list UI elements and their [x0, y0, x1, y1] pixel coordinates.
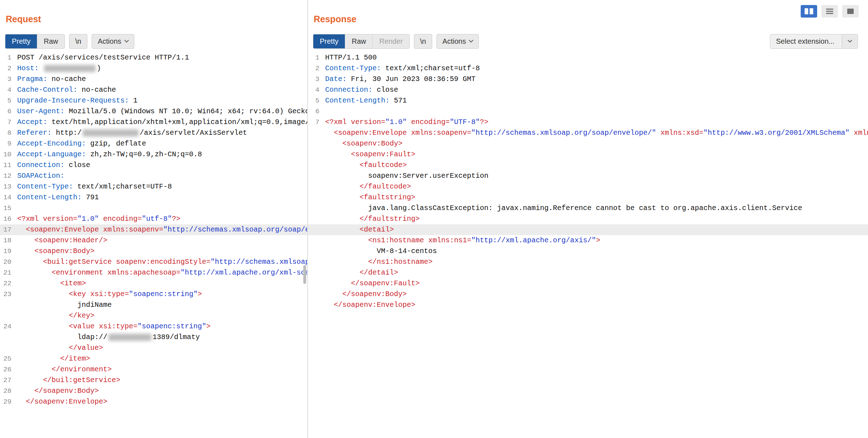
code-token: </soapenv:Fault>: [325, 279, 420, 287]
line-number: 1: [0, 52, 11, 63]
code-token: "http://www.w3.org/2001/XMLSchema": [703, 129, 849, 137]
code-token: <soapenv:Body>: [325, 139, 402, 148]
code-token: </key>: [17, 311, 95, 320]
code-token: "1.0": [385, 118, 407, 126]
line-number: 24: [0, 321, 11, 332]
code-token: jndiName: [17, 301, 112, 309]
request-scrollbar[interactable]: [303, 50, 306, 435]
code-line: 2Host: ): [0, 63, 307, 74]
line-number: 28: [0, 386, 11, 396]
line-number: 8: [0, 128, 11, 138]
code-line: <faultcode>: [308, 160, 868, 171]
code-token: <value xsi:type=: [17, 322, 138, 330]
code-line: </soapenv:Body>: [308, 289, 868, 300]
code-token: "http://schemas.xmlsoap.org/soap/envelop…: [163, 225, 307, 234]
code-token: "http://xml.apache.org/axis/": [471, 236, 596, 244]
code-token: soapenv:Server.userException: [325, 172, 488, 180]
response-tab-render[interactable]: Render: [373, 34, 409, 48]
response-panel: Response Pretty Raw Render \n Actions Se…: [308, 0, 868, 438]
line-number: 18: [0, 235, 11, 246]
code-line: 10Accept-Language: zh,zh-TW;q=0.9,zh-CN;…: [0, 149, 307, 160]
code-token: text/html,application/xhtml+xml,applicat…: [47, 118, 307, 126]
code-line: 16<?xml version="1.0" encoding="utf-8"?>: [0, 214, 307, 224]
code-line: </faultstring>: [308, 214, 868, 224]
request-editor[interactable]: 1POST /axis/services/testService HTTP/1.…: [0, 52, 307, 407]
request-newline-toggle-button[interactable]: \n: [69, 34, 87, 49]
line-number: 26: [0, 364, 11, 375]
code-line: 14Content-Length: 791: [0, 192, 307, 203]
code-token: POST /axis/services/testService HTTP/1.1: [17, 53, 189, 62]
response-editor[interactable]: 1HTTP/1.1 5002Content-Type: text/xml;cha…: [308, 52, 868, 310]
code-token: no-cache: [77, 86, 116, 94]
response-actions-button[interactable]: Actions: [437, 34, 479, 49]
line-number: 20: [0, 257, 11, 267]
code-token: </soapenv:Envelope>: [325, 301, 415, 309]
line-number: 27: [0, 375, 11, 386]
code-token: <ns1:hostname xmlns:ns1=: [325, 236, 471, 244]
code-token: >: [206, 322, 211, 330]
code-line: 22 <item>: [0, 278, 307, 289]
response-tab-raw[interactable]: Raw: [345, 34, 373, 48]
code-token: encoding=: [407, 118, 450, 126]
single-pane-icon: [847, 9, 854, 14]
code-token: >: [198, 290, 202, 298]
code-token: gzip, deflate: [86, 139, 146, 148]
code-token: "http://schemas.xmlsoap.org/soap/encodin…: [211, 258, 307, 266]
line-number: 6: [0, 106, 11, 117]
code-token: zh,zh-TW;q=0.9,zh-CN;q=0.8: [86, 150, 202, 158]
chevron-down-icon: [848, 38, 852, 43]
select-extension-dropdown-button[interactable]: [842, 34, 858, 48]
code-token: Upgrade-Insecure-Requests:: [17, 96, 129, 105]
request-scrollbar-thumb[interactable]: [303, 265, 306, 284]
code-line: 1HTTP/1.1 500: [308, 52, 868, 63]
code-token: Mozilla/5.0 (Windows NT 10.0; Win64; x64…: [64, 107, 307, 115]
request-tab-pretty[interactable]: Pretty: [5, 34, 37, 48]
code-line: </soapenv:Fault>: [308, 278, 868, 289]
request-view-tabs: Pretty Raw: [5, 34, 65, 49]
layout-rows-button[interactable]: [821, 5, 838, 18]
code-token: >: [596, 236, 600, 244]
code-line: 4Connection: close: [308, 85, 868, 95]
request-actions-label: Actions: [98, 37, 121, 46]
line-number: 9: [0, 138, 11, 149]
code-line: 27 </buil:getService>: [0, 375, 307, 386]
code-line: <faultstring>: [308, 192, 868, 203]
line-number: 4: [308, 85, 319, 95]
line-number: 5: [0, 95, 11, 106]
code-token: </item>: [17, 354, 90, 363]
code-token: "UTF-8": [450, 118, 480, 126]
code-line: ldap://1389/dlmaty: [0, 332, 307, 343]
response-newline-toggle-button[interactable]: \n: [414, 34, 432, 49]
response-tab-pretty[interactable]: Pretty: [313, 34, 345, 48]
line-number: 3: [0, 74, 11, 85]
request-tab-raw[interactable]: Raw: [37, 34, 64, 48]
code-token: "http://schemas.xmlsoap.org/soap/envelop…: [471, 129, 656, 137]
code-line: 13Content-Type: text/xml;charset=UTF-8: [0, 181, 307, 192]
layout-single-button[interactable]: [842, 5, 859, 18]
code-token: <soapenv:Envelope xmlns:soapenv=: [17, 225, 163, 234]
request-tabbar: Pretty Raw \n Actions: [0, 34, 307, 49]
code-token: Date:: [325, 75, 347, 83]
code-line: </key>: [0, 310, 307, 321]
line-number: 15: [0, 203, 11, 214]
code-line: 29 </soapenv:Envelope>: [0, 396, 307, 407]
code-token: Accept:: [17, 118, 47, 126]
request-actions-button[interactable]: Actions: [92, 34, 134, 49]
code-line: <soapenv:Envelope xmlns:soapenv="http://…: [308, 128, 868, 138]
line-number: 13: [0, 181, 11, 192]
code-line: 7<?xml version="1.0" encoding="UTF-8"?>: [308, 117, 868, 128]
code-token: Pragma:: [17, 75, 47, 83]
code-token: </detail>: [325, 268, 398, 277]
redacted-text: [44, 65, 96, 72]
select-extension-button[interactable]: Select extension...: [770, 34, 842, 48]
code-line: 28 </soapenv:Body>: [0, 386, 307, 396]
code-line: 11Connection: close: [0, 160, 307, 171]
line-number: 2: [308, 63, 319, 74]
code-token: xmlns:xsd=: [656, 129, 703, 137]
code-token: <key xsi:type=: [17, 290, 129, 298]
code-token: "soapenc:string": [129, 290, 198, 298]
line-number: 21: [0, 267, 11, 278]
layout-columns-button[interactable]: [801, 5, 817, 18]
line-number: 17: [0, 224, 11, 235]
response-actions-label: Actions: [443, 37, 466, 46]
